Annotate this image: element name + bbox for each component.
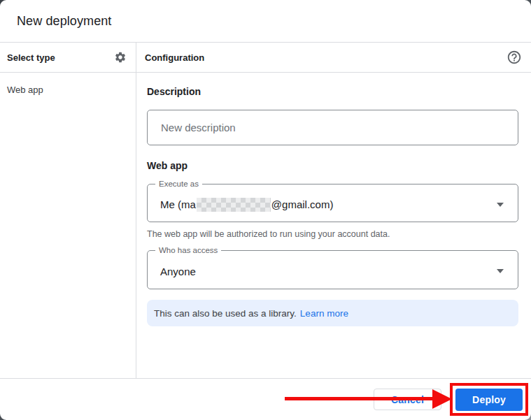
execute-as-row: Me (ma@gmail.com) — [148, 184, 518, 222]
execute-as-helper-text: The web app will be authorized to run us… — [147, 229, 518, 240]
sidebar-item-label: Web app — [7, 85, 43, 95]
execute-as-value: Me (ma@gmail.com) — [160, 198, 333, 212]
new-deployment-dialog: New deployment Select type Configuration… — [0, 0, 531, 420]
caret-down-icon[interactable] — [497, 269, 504, 273]
column-headers: Select type Configuration — [0, 43, 531, 73]
deploy-button-wrap: Deploy — [455, 389, 523, 411]
help-icon[interactable] — [507, 50, 522, 65]
description-input[interactable] — [147, 110, 518, 145]
deploy-button[interactable]: Deploy — [455, 389, 523, 411]
dialog-titlebar: New deployment — [0, 0, 531, 43]
dialog-footer: Cancel Deploy — [0, 378, 531, 420]
redacted-email-blur — [197, 198, 271, 212]
select-type-header: Select type — [0, 43, 136, 72]
dialog-body: Web app Description Web app Execute as M… — [0, 73, 531, 378]
deployment-type-sidebar: Web app — [0, 73, 136, 378]
who-has-access-row: Anyone — [148, 251, 518, 289]
sidebar-item-web-app[interactable]: Web app — [0, 81, 136, 98]
web-app-section-label: Web app — [147, 160, 518, 171]
library-banner-text: This can also be used as a library. — [154, 308, 297, 319]
who-has-access-value: Anyone — [160, 266, 196, 277]
select-type-label: Select type — [7, 52, 55, 63]
description-label: Description — [147, 86, 518, 97]
dialog-title: New deployment — [17, 14, 111, 29]
configuration-header: Configuration — [136, 43, 531, 72]
gear-icon[interactable] — [114, 51, 127, 64]
who-has-access-select[interactable]: Who has access Anyone — [147, 250, 518, 289]
library-info-banner: This can also be used as a library. Lear… — [147, 300, 518, 326]
execute-as-select[interactable]: Execute as Me (ma@gmail.com) — [147, 184, 518, 222]
caret-down-icon[interactable] — [497, 203, 504, 207]
learn-more-link[interactable]: Learn more — [300, 308, 348, 319]
who-has-access-label: Who has access — [155, 245, 221, 256]
configuration-panel: Description Web app Execute as Me (ma@gm… — [136, 73, 531, 378]
cancel-button[interactable]: Cancel — [374, 389, 441, 410]
configuration-label: Configuration — [145, 52, 204, 63]
execute-as-label: Execute as — [155, 179, 202, 189]
